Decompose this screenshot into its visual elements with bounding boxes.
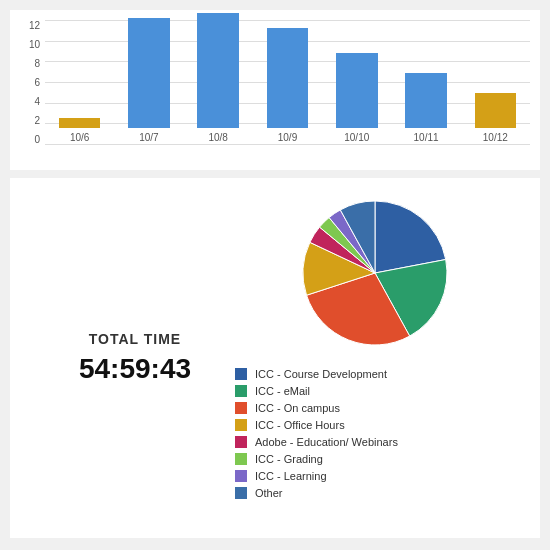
bar-wrapper <box>45 8 114 128</box>
x-axis-label: 10/11 <box>414 132 439 143</box>
bar <box>336 53 378 128</box>
legend-item: ICC - Office Hours <box>235 419 525 431</box>
legend-color-box <box>235 368 247 380</box>
y-axis-label: 12 <box>15 20 40 31</box>
y-axis-label: 2 <box>15 115 40 126</box>
main-container: 024681012 10/610/710/810/910/1010/1110/1… <box>0 0 550 550</box>
legend-label: Other <box>255 487 283 499</box>
bar <box>267 28 309 128</box>
x-axis-label: 10/10 <box>344 132 369 143</box>
x-axis-label: 10/12 <box>483 132 508 143</box>
legend-label: Adobe - Education/ Webinars <box>255 436 398 448</box>
legend-label: ICC - Office Hours <box>255 419 345 431</box>
lower-section: TOTAL TIME 54:59:43 ICC - Course Develop… <box>10 178 540 538</box>
bar-wrapper <box>114 8 183 128</box>
bar-wrapper <box>391 8 460 128</box>
bars-container: 10/610/710/810/910/1010/1110/12 <box>45 20 530 145</box>
legend-color-box <box>235 487 247 499</box>
total-time-value: 54:59:43 <box>79 353 191 385</box>
x-axis-label: 10/8 <box>208 132 227 143</box>
left-panel: TOTAL TIME 54:59:43 <box>25 193 225 523</box>
legend-item: ICC - Grading <box>235 453 525 465</box>
legend-color-box <box>235 453 247 465</box>
legend-item: ICC - eMail <box>235 385 525 397</box>
pie-chart <box>295 193 455 353</box>
legend-color-box <box>235 402 247 414</box>
legend-color-box <box>235 470 247 482</box>
y-axis-label: 10 <box>15 39 40 50</box>
legend-label: ICC - Course Development <box>255 368 387 380</box>
y-axis-label: 0 <box>15 134 40 145</box>
bar-wrapper <box>461 8 530 128</box>
legend-label: ICC - Grading <box>255 453 323 465</box>
bar-group: 10/11 <box>391 8 460 143</box>
bar <box>197 13 239 128</box>
legend-item: ICC - On campus <box>235 402 525 414</box>
legend-item: ICC - Learning <box>235 470 525 482</box>
bar <box>405 73 447 128</box>
legend-color-box <box>235 385 247 397</box>
y-axis-label: 8 <box>15 58 40 69</box>
bar <box>128 18 170 128</box>
chart-area: 024681012 10/610/710/810/910/1010/1110/1… <box>45 20 530 145</box>
bar-wrapper <box>184 8 253 128</box>
bar-group: 10/7 <box>114 8 183 143</box>
right-panel: ICC - Course DevelopmentICC - eMailICC -… <box>225 193 525 523</box>
bar-wrapper <box>322 8 391 128</box>
legend-label: ICC - Learning <box>255 470 327 482</box>
y-axis-label: 4 <box>15 96 40 107</box>
x-axis-label: 10/9 <box>278 132 297 143</box>
legend-label: ICC - eMail <box>255 385 310 397</box>
legend-color-box <box>235 436 247 448</box>
y-axis-labels: 024681012 <box>15 20 40 145</box>
legend-item: Adobe - Education/ Webinars <box>235 436 525 448</box>
bar-chart-section: 024681012 10/610/710/810/910/1010/1110/1… <box>10 10 540 170</box>
legend-label: ICC - On campus <box>255 402 340 414</box>
bar <box>475 93 517 128</box>
bar-group: 10/10 <box>322 8 391 143</box>
bar-group: 10/6 <box>45 8 114 143</box>
legend-item: ICC - Course Development <box>235 368 525 380</box>
x-axis-label: 10/7 <box>139 132 158 143</box>
y-axis-label: 6 <box>15 77 40 88</box>
total-time-label: TOTAL TIME <box>89 331 181 347</box>
bar-group: 10/12 <box>461 8 530 143</box>
bar-group: 10/8 <box>184 8 253 143</box>
bar-group: 10/9 <box>253 8 322 143</box>
bar-wrapper <box>253 8 322 128</box>
legend-color-box <box>235 419 247 431</box>
x-axis-label: 10/6 <box>70 132 89 143</box>
legend-item: Other <box>235 487 525 499</box>
bar <box>59 118 101 128</box>
legend: ICC - Course DevelopmentICC - eMailICC -… <box>225 368 525 504</box>
